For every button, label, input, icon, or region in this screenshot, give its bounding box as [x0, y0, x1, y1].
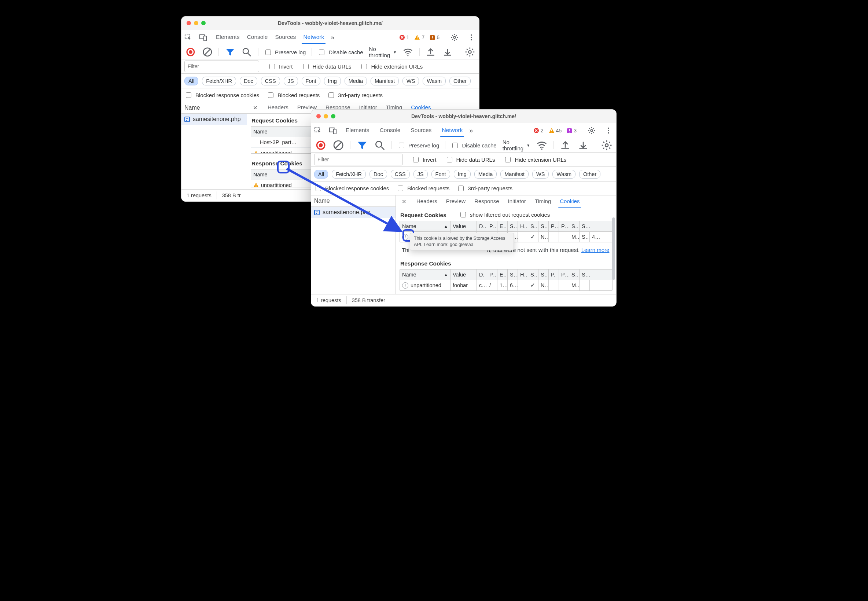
- minimize-icon[interactable]: [324, 114, 328, 119]
- record-icon[interactable]: [185, 47, 196, 58]
- window-traffic-lights[interactable]: [187, 21, 206, 25]
- search-icon[interactable]: [374, 139, 385, 151]
- pill-other[interactable]: Other: [579, 170, 600, 178]
- settings-icon[interactable]: [588, 127, 595, 134]
- pill-font[interactable]: Font: [431, 170, 450, 178]
- close-icon[interactable]: [316, 114, 321, 119]
- tab-sources[interactable]: Sources: [275, 32, 296, 44]
- more-tabs-icon[interactable]: »: [469, 127, 473, 134]
- network-settings-icon[interactable]: [464, 47, 475, 58]
- tab-elements[interactable]: Elements: [346, 125, 370, 137]
- minimize-icon[interactable]: [194, 21, 198, 25]
- pill-css[interactable]: CSS: [391, 170, 410, 178]
- scrollbar-thumb[interactable]: [612, 217, 615, 280]
- inspect-icon[interactable]: [184, 34, 192, 41]
- more-icon[interactable]: [468, 34, 475, 41]
- throttling-select[interactable]: No throttling▼: [503, 139, 530, 151]
- tab-initiator[interactable]: Initiator: [508, 196, 526, 207]
- pill-css[interactable]: CSS: [261, 77, 280, 85]
- status-counts[interactable]: 2 45 3: [533, 128, 577, 133]
- upload-har-icon[interactable]: [559, 139, 571, 151]
- network-settings-icon[interactable]: [601, 139, 612, 151]
- pill-fetch[interactable]: Fetch/XHR: [332, 170, 366, 178]
- tab-timing[interactable]: Timing: [535, 196, 551, 207]
- network-conditions-icon[interactable]: [402, 47, 413, 58]
- request-row[interactable]: samesitenone.php: [181, 114, 247, 125]
- blocked-response-cookies-checkbox[interactable]: Blocked response cookies: [314, 185, 389, 192]
- blocked-requests-checkbox[interactable]: Blocked requests: [266, 91, 320, 99]
- network-conditions-icon[interactable]: [536, 139, 548, 151]
- pill-all[interactable]: All: [184, 77, 198, 85]
- pill-other[interactable]: Other: [449, 77, 471, 85]
- zoom-icon[interactable]: [201, 21, 206, 25]
- tab-cookies[interactable]: Cookies: [560, 196, 580, 207]
- preserve-log-checkbox[interactable]: Preserve log: [264, 49, 306, 56]
- request-row[interactable]: samesitenone.php: [311, 207, 396, 218]
- window-traffic-lights[interactable]: [316, 114, 335, 119]
- tab-console[interactable]: Console: [247, 32, 268, 44]
- request-list-header[interactable]: Name: [181, 102, 247, 114]
- pill-fetch[interactable]: Fetch/XHR: [202, 77, 236, 85]
- disable-cache-checkbox[interactable]: Disable cache: [317, 49, 363, 56]
- request-list-header[interactable]: Name: [311, 195, 396, 207]
- scrollbar-track[interactable]: [612, 217, 615, 283]
- filter-input[interactable]: [184, 61, 259, 72]
- search-icon[interactable]: [241, 47, 252, 58]
- settings-icon[interactable]: [451, 34, 458, 41]
- pill-all[interactable]: All: [314, 170, 328, 178]
- hide-data-urls-checkbox[interactable]: Hide data URLs: [445, 156, 495, 163]
- third-party-checkbox[interactable]: 3rd-party requests: [327, 91, 383, 99]
- response-cookies-table[interactable]: Name▲ValueD.P…E…S…H…S…S…P.P…S…S… iunpart…: [399, 269, 612, 291]
- tab-sources[interactable]: Sources: [411, 125, 432, 137]
- pill-js[interactable]: JS: [413, 170, 428, 178]
- filter-toggle-icon[interactable]: [356, 139, 368, 151]
- filter-input[interactable]: [314, 154, 403, 165]
- close-detail-icon[interactable]: ✕: [400, 198, 408, 205]
- pill-font[interactable]: Font: [302, 77, 320, 85]
- tab-preview[interactable]: Preview: [446, 196, 466, 207]
- filter-toggle-icon[interactable]: [225, 47, 236, 58]
- download-har-icon[interactable]: [442, 47, 453, 58]
- pill-wasm[interactable]: Wasm: [423, 77, 446, 85]
- throttling-select[interactable]: No throttling▼: [369, 46, 397, 58]
- tab-headers[interactable]: Headers: [416, 196, 437, 207]
- close-detail-icon[interactable]: ✕: [251, 105, 259, 111]
- hide-ext-urls-checkbox[interactable]: Hide extension URLs: [504, 156, 566, 163]
- third-party-checkbox[interactable]: 3rd-party requests: [457, 185, 512, 192]
- learn-more-link[interactable]: Learn more: [581, 247, 609, 253]
- pill-manifest[interactable]: Manifest: [500, 170, 528, 178]
- inspect-icon[interactable]: [314, 127, 322, 134]
- zoom-icon[interactable]: [331, 114, 335, 119]
- blocked-requests-checkbox[interactable]: Blocked requests: [396, 185, 449, 192]
- pill-img[interactable]: Img: [454, 170, 471, 178]
- pill-img[interactable]: Img: [324, 77, 341, 85]
- pill-wasm[interactable]: Wasm: [553, 170, 576, 178]
- record-icon[interactable]: [315, 139, 327, 151]
- preserve-log-checkbox[interactable]: Preserve log: [397, 142, 439, 149]
- clear-icon[interactable]: [202, 47, 213, 58]
- tab-network[interactable]: Network: [303, 32, 324, 44]
- more-icon[interactable]: [605, 127, 612, 134]
- show-filtered-checkbox[interactable]: show filtered out request cookies: [459, 211, 550, 218]
- pill-media[interactable]: Media: [344, 77, 367, 85]
- tab-console[interactable]: Console: [380, 125, 400, 137]
- blocked-response-cookies-checkbox[interactable]: Blocked response cookies: [184, 91, 259, 99]
- invert-checkbox[interactable]: Invert: [268, 63, 293, 70]
- download-har-icon[interactable]: [577, 139, 589, 151]
- pill-doc[interactable]: Doc: [370, 170, 387, 178]
- more-tabs-icon[interactable]: »: [330, 34, 334, 41]
- pill-ws[interactable]: WS: [402, 77, 419, 85]
- pill-js[interactable]: JS: [284, 77, 298, 85]
- pill-ws[interactable]: WS: [532, 170, 549, 178]
- disable-cache-checkbox[interactable]: Disable cache: [451, 142, 496, 149]
- device-toolbar-icon[interactable]: [329, 127, 337, 134]
- hide-ext-urls-checkbox[interactable]: Hide extension URLs: [360, 63, 423, 70]
- tab-headers[interactable]: Headers: [268, 102, 288, 113]
- status-counts[interactable]: 1 7 6: [399, 35, 440, 40]
- hide-data-urls-checkbox[interactable]: Hide data URLs: [302, 63, 352, 70]
- tab-elements[interactable]: Elements: [216, 32, 240, 44]
- pill-manifest[interactable]: Manifest: [371, 77, 399, 85]
- tab-network[interactable]: Network: [442, 125, 463, 137]
- tab-response[interactable]: Response: [474, 196, 499, 207]
- invert-checkbox[interactable]: Invert: [412, 156, 437, 163]
